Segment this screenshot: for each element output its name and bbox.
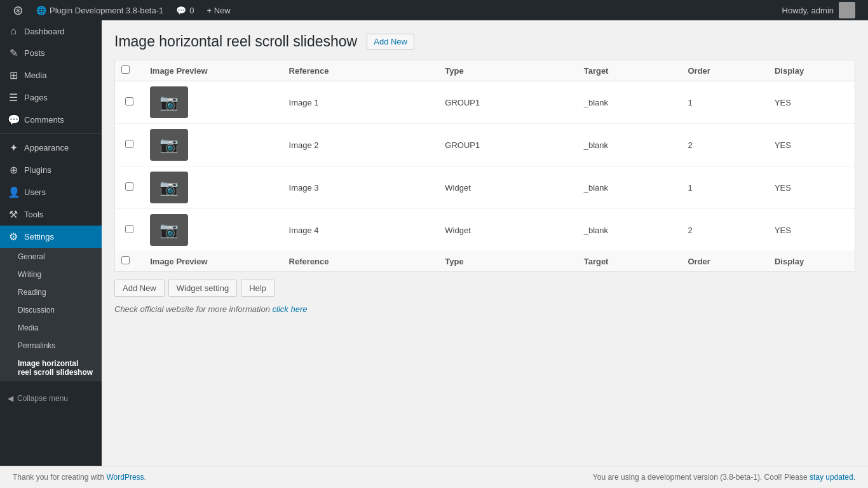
- select-all-checkbox[interactable]: [121, 65, 130, 74]
- sidebar-label-settings: Settings: [24, 232, 54, 241]
- admin-bar: ⊛ 🌐 Plugin Development 3.8-beta-1 💬 0 + …: [0, 0, 868, 20]
- row-type-2: Widget: [438, 166, 577, 209]
- sidebar-item-dashboard[interactable]: ⌂ Dashboard: [0, 20, 102, 42]
- plugins-icon: ⊕: [8, 164, 19, 176]
- site-name-label: Plugin Development 3.8-beta-1: [50, 6, 163, 15]
- camera-icon-1: 📷: [150, 129, 188, 161]
- table-footer-row: Image Preview Reference Type Target Orde…: [115, 251, 855, 272]
- footer-thanks-text: Thank you for creating with: [13, 473, 104, 482]
- posts-icon: ✎: [8, 47, 19, 59]
- sidebar-item-discussion[interactable]: Discussion: [0, 301, 102, 319]
- row-checkbox-3[interactable]: [125, 225, 133, 233]
- users-icon: 👤: [8, 186, 19, 198]
- sidebar-item-media-settings[interactable]: Media: [0, 319, 102, 337]
- row-reference-0: Image 1: [283, 81, 439, 124]
- collapse-menu-button[interactable]: ◀ Collapse menu: [0, 388, 102, 409]
- add-new-button[interactable]: Add New: [114, 280, 165, 297]
- help-button[interactable]: Help: [241, 280, 275, 297]
- row-checkbox-1[interactable]: [125, 140, 133, 148]
- new-content-button[interactable]: + New: [200, 0, 236, 20]
- media-icon: ⊞: [8, 69, 19, 81]
- permalinks-label: Permalinks: [18, 341, 55, 350]
- info-text: Check official website for more informat…: [114, 304, 855, 314]
- row-checkbox-2[interactable]: [125, 182, 133, 191]
- row-order-1: 2: [681, 124, 768, 166]
- sidebar-label-appearance: Appearance: [24, 143, 69, 152]
- row-type-0: GROUP1: [438, 81, 577, 124]
- row-order-3: 2: [681, 209, 768, 252]
- pages-icon: ☰: [8, 92, 19, 104]
- row-reference-1: Image 2: [283, 124, 439, 166]
- collapse-label: Collapse menu: [17, 394, 68, 403]
- wordpress-link[interactable]: WordPress: [106, 473, 144, 482]
- sidebar-label-users: Users: [24, 187, 46, 197]
- comments-button[interactable]: 💬 0: [170, 0, 200, 20]
- footer-preview: Image Preview: [144, 251, 282, 272]
- avatar[interactable]: [839, 2, 855, 18]
- row-preview-2: 📷: [144, 166, 282, 209]
- widget-setting-button[interactable]: Widget setting: [168, 280, 237, 297]
- add-new-header-button[interactable]: Add New: [367, 34, 414, 50]
- row-target-2: _blank: [578, 166, 682, 209]
- row-type-1: GROUP1: [438, 124, 577, 166]
- comments-nav-icon: 💬: [8, 114, 19, 126]
- header-reference: Reference: [283, 60, 439, 81]
- footer-type: Type: [438, 251, 577, 272]
- header-order: Order: [681, 60, 768, 81]
- sidebar-item-tools[interactable]: ⚒ Tools: [0, 203, 102, 226]
- sidebar-item-writing[interactable]: Writing: [0, 266, 102, 283]
- row-preview-0: 📷: [144, 81, 282, 124]
- sidebar-item-reading[interactable]: Reading: [0, 283, 102, 301]
- row-target-3: _blank: [578, 209, 682, 252]
- sidebar-item-pages[interactable]: ☰ Pages: [0, 86, 102, 109]
- sidebar-item-comments[interactable]: 💬 Comments: [0, 109, 102, 131]
- sidebar-item-permalinks[interactable]: Permalinks: [0, 337, 102, 355]
- camera-icon-3: 📷: [150, 214, 188, 246]
- row-checkbox-cell: [115, 124, 144, 166]
- table-row: 📷 Image 4 Widget _blank 2 YES: [115, 209, 855, 252]
- sidebar-item-media[interactable]: ⊞ Media: [0, 64, 102, 86]
- row-reference-2: Image 3: [283, 166, 439, 209]
- click-here-link[interactable]: click here: [273, 304, 308, 314]
- images-table: Image Preview Reference Type Target Orde…: [114, 60, 855, 272]
- sidebar-item-posts[interactable]: ✎ Posts: [0, 42, 102, 64]
- header-type: Type: [438, 60, 577, 81]
- table-row: 📷 Image 1 GROUP1 _blank 1 YES: [115, 81, 855, 124]
- row-target-0: _blank: [578, 81, 682, 124]
- comments-count: 0: [189, 6, 194, 15]
- sidebar-label-pages: Pages: [24, 93, 48, 102]
- main-content: Image horizontal reel scroll slideshow A…: [102, 20, 868, 466]
- footer-reference: Reference: [283, 251, 439, 272]
- sidebar-item-users[interactable]: 👤 Users: [0, 181, 102, 203]
- sidebar: ⌂ Dashboard ✎ Posts ⊞ Media ☰ Pages 💬 Co…: [0, 20, 102, 466]
- row-checkbox-cell: [115, 209, 144, 252]
- plugin-page-label: Image horizontal reel scroll slideshow: [18, 359, 93, 377]
- wp-logo-icon: ⊛: [13, 3, 24, 18]
- sidebar-item-appearance[interactable]: ✦ Appearance: [0, 137, 102, 159]
- sidebar-item-general[interactable]: General: [0, 248, 102, 266]
- page-header: Image horizontal reel scroll slideshow A…: [114, 33, 855, 50]
- row-checkbox-0[interactable]: [125, 97, 133, 105]
- row-preview-1: 📷: [144, 124, 282, 166]
- sidebar-item-plugin-page[interactable]: Image horizontal reel scroll slideshow: [0, 355, 102, 381]
- sidebar-item-plugins[interactable]: ⊕ Plugins: [0, 159, 102, 181]
- collapse-icon: ◀: [8, 394, 13, 403]
- camera-icon-0: 📷: [150, 86, 188, 118]
- action-buttons: Add New Widget setting Help: [114, 280, 855, 297]
- row-display-1: YES: [768, 124, 855, 166]
- table-row: 📷 Image 2 GROUP1 _blank 2 YES: [115, 124, 855, 166]
- select-all-footer-checkbox[interactable]: [121, 256, 130, 264]
- header-display: Display: [768, 60, 855, 81]
- wp-logo-button[interactable]: ⊛: [6, 0, 30, 20]
- table-header-row: Image Preview Reference Type Target Orde…: [115, 60, 855, 81]
- writing-label: Writing: [18, 270, 41, 279]
- row-order-0: 1: [681, 81, 768, 124]
- settings-submenu: General Writing Reading Discussion Media…: [0, 248, 102, 381]
- stay-updated-link[interactable]: stay updated.: [810, 473, 855, 482]
- footer-display: Display: [768, 251, 855, 272]
- site-name-button[interactable]: 🌐 Plugin Development 3.8-beta-1: [30, 0, 170, 20]
- sidebar-label-media: Media: [24, 71, 46, 80]
- footer-version-text: You are using a development version (3.8…: [593, 473, 808, 482]
- sidebar-item-settings[interactable]: ⚙ Settings: [0, 226, 102, 248]
- header-preview: Image Preview: [144, 60, 282, 81]
